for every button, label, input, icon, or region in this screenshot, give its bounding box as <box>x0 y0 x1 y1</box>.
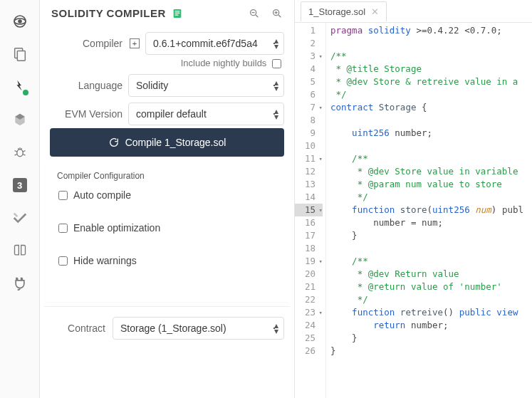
enable-opt-row[interactable]: Enable optimization <box>58 222 277 234</box>
add-compiler-icon[interactable]: + <box>130 38 140 48</box>
contract-row: Contract Storage (1_Storage.sol) ▴▾ <box>44 306 290 345</box>
evm-select[interactable]: compiler default <box>128 103 284 125</box>
line-number: 4 <box>295 63 323 75</box>
line-number: 2 <box>295 37 323 50</box>
line-number: 1 <box>295 24 323 37</box>
code-line[interactable]: } <box>330 345 532 357</box>
line-number: 19 <box>295 255 323 268</box>
hide-warn-checkbox[interactable] <box>58 256 68 266</box>
line-number: 17 <box>295 229 323 242</box>
config-heading: Compiler Configuration <box>57 171 277 181</box>
code-content[interactable]: pragma solidity >=0.4.22 <0.7.0;/** * @t… <box>326 23 532 398</box>
code-line[interactable]: function retreive() public view <box>330 306 532 319</box>
code-line[interactable]: } <box>330 332 532 345</box>
line-number: 7 <box>295 101 323 114</box>
line-number: 23 <box>295 306 323 319</box>
panel-title: SOLIDITY COMPILER <box>51 7 166 19</box>
config-card: Compiler Configuration Auto compile Enab… <box>46 164 288 302</box>
code-line[interactable] <box>330 37 532 50</box>
compile-button[interactable]: Compile 1_Storage.sol <box>50 128 284 157</box>
code-line[interactable]: contract Storage { <box>330 101 532 114</box>
docs-link-icon[interactable] <box>172 8 183 19</box>
line-number: 9 <box>295 127 323 140</box>
code-line[interactable]: * @title Storage <box>330 63 532 75</box>
code-line[interactable]: * @dev Store value in variable <box>330 165 532 178</box>
compiler-icon[interactable] <box>11 78 28 95</box>
panel-header: SOLIDITY COMPILER <box>40 0 294 23</box>
line-number: 3 <box>295 50 323 63</box>
code-line[interactable]: */ <box>330 191 532 204</box>
line-number: 21 <box>295 281 323 293</box>
nightly-label: Include nightly builds <box>181 58 267 68</box>
code-line[interactable]: /** <box>330 255 532 268</box>
line-number: 11 <box>295 152 323 165</box>
compiler-row: Compiler + 0.6.1+commit.e6f7d5a4 ▴▾ <box>50 32 284 55</box>
code-line[interactable]: pragma solidity >=0.4.22 <0.7.0; <box>330 24 532 37</box>
code-line[interactable]: */ <box>330 88 532 101</box>
line-number: 5 <box>295 75 323 88</box>
code-line[interactable]: * @dev Store & retreive value in a <box>330 75 532 88</box>
code-line[interactable]: function store(uint256 num) publ <box>330 204 532 216</box>
file-explorer-icon[interactable] <box>11 46 28 63</box>
line-number: 16 <box>295 216 323 229</box>
compiler-select[interactable]: 0.6.1+commit.e6f7d5a4 <box>145 32 284 55</box>
language-select[interactable]: Solidity <box>128 74 284 97</box>
remix-logo-icon[interactable] <box>11 13 28 30</box>
code-line[interactable]: */ <box>330 293 532 306</box>
hide-warn-row[interactable]: Hide warnings <box>58 255 277 266</box>
line-number: 10 <box>295 140 323 152</box>
file-tab[interactable]: 1_Storage.sol ✕ <box>301 1 387 21</box>
enable-opt-checkbox[interactable] <box>58 224 68 233</box>
compile-button-label: Compile 1_Storage.sol <box>125 137 226 148</box>
auto-compile-label: Auto compile <box>73 189 131 201</box>
close-tab-icon[interactable]: ✕ <box>370 6 380 17</box>
line-number: 14 <box>295 191 323 204</box>
nightly-checkbox[interactable] <box>272 59 281 68</box>
code-line[interactable]: uint256 number; <box>330 127 532 140</box>
analysis-icon[interactable]: 3 <box>11 177 28 194</box>
code-line[interactable]: * @return value of 'number' <box>330 281 532 293</box>
file-tab-label: 1_Storage.sol <box>308 6 365 17</box>
language-row: Language Solidity ▴▾ <box>50 74 284 97</box>
line-number: 22 <box>295 293 323 306</box>
code-line[interactable]: number = num; <box>330 216 532 229</box>
editor-tabbar: 1_Storage.sol ✕ <box>295 0 532 23</box>
line-number: 24 <box>295 319 323 332</box>
code-line[interactable]: * @param num value to store <box>330 178 532 191</box>
line-gutter: 1234567891011121314151617181920212223242… <box>295 23 326 398</box>
code-line[interactable] <box>330 140 532 152</box>
line-number: 13 <box>295 178 323 191</box>
code-editor[interactable]: 1234567891011121314151617181920212223242… <box>295 23 532 398</box>
debugger-icon[interactable] <box>11 144 28 161</box>
zoom-out-icon[interactable] <box>246 8 263 19</box>
code-line[interactable]: return number; <box>330 319 532 332</box>
refresh-icon <box>108 137 120 148</box>
documentation-icon[interactable] <box>11 242 28 259</box>
auto-compile-checkbox[interactable] <box>58 191 68 200</box>
code-line[interactable] <box>330 114 532 127</box>
line-number: 26 <box>295 345 323 357</box>
code-line[interactable]: /** <box>330 152 532 165</box>
line-number: 25 <box>295 332 323 345</box>
contract-select[interactable]: Storage (1_Storage.sol) <box>113 317 284 340</box>
code-line[interactable]: /** <box>330 50 532 63</box>
solidity-check-icon[interactable] <box>11 209 28 226</box>
compile-success-badge <box>21 88 30 97</box>
svg-point-5 <box>16 150 22 157</box>
plugin-icon[interactable] <box>11 275 28 292</box>
contract-label: Contract <box>50 323 105 334</box>
line-number: 15 <box>295 204 323 216</box>
zoom-in-icon[interactable] <box>268 8 286 19</box>
auto-compile-row[interactable]: Auto compile <box>58 189 277 201</box>
line-number: 12 <box>295 165 323 178</box>
line-number: 20 <box>295 268 323 281</box>
line-number: 6 <box>295 88 323 101</box>
line-number: 18 <box>295 242 323 255</box>
svg-rect-7 <box>174 11 179 11</box>
hide-warn-label: Hide warnings <box>73 255 137 266</box>
deploy-icon[interactable] <box>11 111 28 128</box>
svg-rect-9 <box>174 14 178 15</box>
code-line[interactable] <box>330 242 532 255</box>
code-line[interactable]: } <box>330 229 532 242</box>
code-line[interactable]: * @dev Return value <box>330 268 532 281</box>
